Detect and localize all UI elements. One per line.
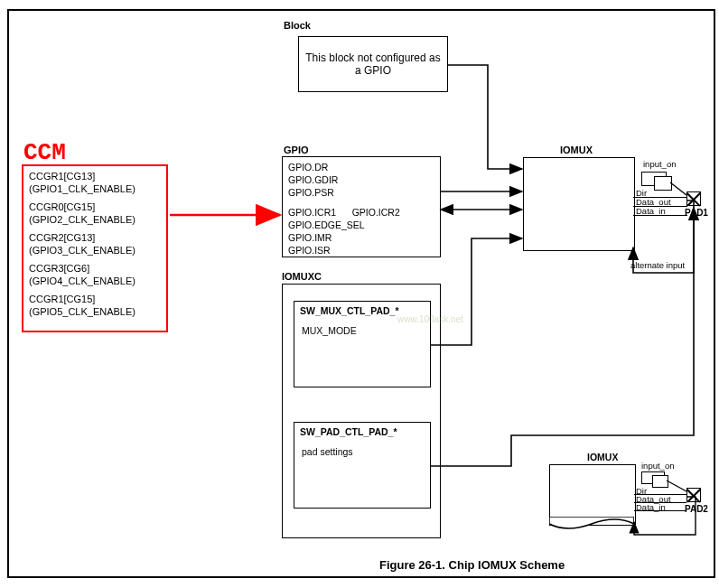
ccm-desc: (GPIO1_CLK_ENABLE): [29, 182, 161, 195]
diagram-frame: CCM CCGR1[CG13] (GPIO1_CLK_ENABLE) CCGR0…: [7, 9, 715, 578]
mux-buf-1b: [654, 176, 672, 191]
gpio-reg: GPIO.EDGE_SEL: [288, 219, 434, 231]
ccm-desc: (GPIO3_CLK_ENABLE): [29, 244, 161, 257]
pad2-label: PAD2: [685, 504, 708, 514]
sw-mux-ctl-title: SW_MUX_CTL_PAD_*: [300, 305, 399, 316]
ccm-entry: CCGR1[CG15] (GPIO5_CLK_ENABLE): [29, 293, 161, 318]
ccm-desc: (GPIO2_CLK_ENABLE): [29, 213, 161, 226]
sw-pad-ctl-title: SW_PAD_CTL_PAD_*: [300, 426, 397, 437]
ccm-entry: CCGR3[CG6] (GPIO4_CLK_ENABLE): [29, 262, 161, 287]
svg-line-2: [667, 481, 686, 491]
sig-alt-input: alternate input: [630, 260, 685, 270]
sig-line: [634, 494, 686, 495]
pad1-box: [686, 191, 701, 206]
sig-line: [633, 197, 687, 198]
ccm-reg: CCGR1[CG13]: [29, 170, 161, 182]
iomux-label-1: IOMUX: [560, 145, 593, 155]
ccm-box: CCGR1[CG13] (GPIO1_CLK_ENABLE) CCGR0[CG1…: [22, 164, 168, 332]
ccm-reg: CCGR0[CG15]: [29, 201, 161, 213]
gpio-reg: GPIO.PSR: [288, 186, 434, 199]
gpio-reg: GPIO.ISR: [288, 244, 434, 257]
figure-caption: Figure 26-1. Chip IOMUX Scheme: [379, 558, 565, 572]
gpio-reg-row: GPIO.ICR1 GPIO.ICR2: [288, 206, 434, 219]
ccm-desc: (GPIO5_CLK_ENABLE): [29, 305, 161, 318]
svg-line-1: [670, 182, 686, 195]
ccm-entry: CCGR0[CG15] (GPIO2_CLK_ENABLE): [29, 201, 161, 226]
gpio-reg: GPIO.ICR2: [352, 207, 400, 218]
ccm-reg: CCGR2[CG13]: [29, 231, 161, 244]
ccm-entry: CCGR1[CG13] (GPIO1_CLK_ENABLE): [29, 170, 161, 195]
gpio-box: GPIO.DR GPIO.GDIR GPIO.PSR GPIO.ICR1 GPI…: [282, 156, 441, 257]
block-text: This block not configured as a GPIO: [303, 51, 444, 77]
ccm-reg: CCGR3[CG6]: [29, 262, 161, 275]
sig-line: [634, 510, 686, 511]
block-box: This block not configured as a GPIO: [298, 36, 448, 92]
ccm-entry: CCGR2[CG13] (GPIO3_CLK_ENABLE): [29, 231, 161, 257]
sig-line: [633, 215, 687, 216]
sw-pad-ctl-field: pad settings: [302, 446, 423, 457]
iomux-box-1: [523, 157, 635, 251]
block-label: Block: [284, 20, 311, 31]
sig-input-on-1: input_on: [643, 159, 676, 169]
torn-edge-icon: [549, 517, 634, 533]
sw-pad-ctl-box: SW_PAD_CTL_PAD_* pad settings: [294, 422, 431, 509]
gpio-reg: GPIO.GDIR: [288, 173, 434, 186]
sig-input-on-2: input_on: [641, 461, 674, 471]
pad1-label: PAD1: [685, 208, 708, 218]
gpio-reg: GPIO.DR: [288, 161, 434, 173]
sig-line: [634, 502, 686, 503]
gpio-reg: GPIO.IMR: [288, 231, 434, 244]
iomuxc-label: IOMUXC: [282, 271, 322, 282]
gpio-label: GPIO: [284, 145, 309, 155]
pad2-box: [686, 488, 701, 502]
ccm-desc: (GPIO4_CLK_ENABLE): [29, 275, 161, 287]
sw-mux-ctl-box: SW_MUX_CTL_PAD_* MUX_MODE: [294, 301, 431, 387]
mux-buf-2b: [652, 475, 668, 488]
iomux-label-2: IOMUX: [587, 452, 618, 462]
sig-line: [633, 206, 687, 207]
iomuxc-box: SW_MUX_CTL_PAD_* MUX_MODE SW_PAD_CTL_PAD…: [282, 284, 441, 538]
gpio-reg: GPIO.ICR1: [288, 207, 336, 218]
sw-mux-ctl-field: MUX_MODE: [302, 325, 423, 336]
ccm-reg: CCGR1[CG15]: [29, 293, 161, 305]
ccm-title: CCM: [23, 139, 66, 166]
